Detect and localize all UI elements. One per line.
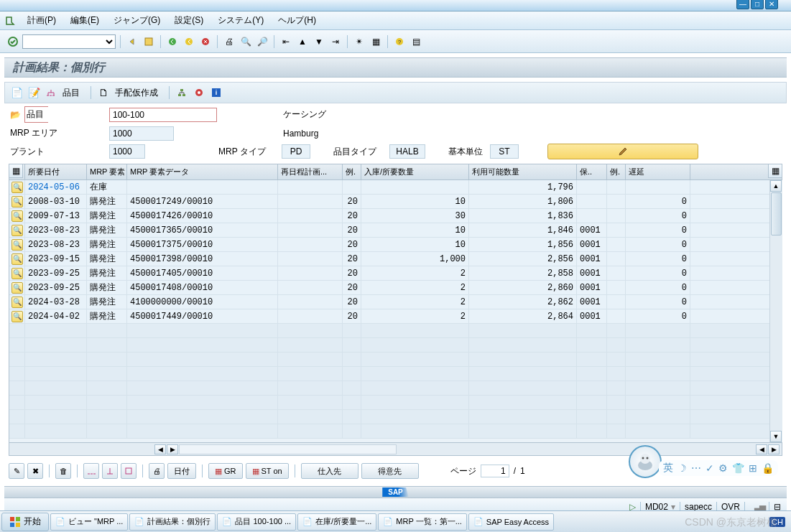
table-row[interactable]: 🔍2023-08-23購発注4500017375/0001020101,8560… (9, 238, 782, 252)
table-row[interactable]: 🔍2023-09-25購発注4500017408/000102022,86000… (9, 281, 782, 295)
menu-plan[interactable]: 計画(P) (24, 13, 59, 28)
date-button[interactable]: 日付 (167, 463, 196, 479)
save-icon[interactable] (142, 34, 156, 49)
prev-page-icon[interactable]: ▲ (295, 34, 310, 49)
check-icon[interactable]: ✓ (706, 462, 714, 474)
table-config-right-icon[interactable]: ▦ (768, 164, 782, 178)
grid-icon[interactable]: ⊞ (749, 462, 757, 474)
hscroll-right-icon[interactable]: ▶ (167, 444, 178, 454)
print-btn-icon[interactable]: 🖨 (149, 463, 165, 479)
tray-lang-icon[interactable]: CH (769, 517, 785, 527)
task-item-2[interactable]: 📄品目 100-100 ... (217, 513, 296, 531)
vscroll-down-icon[interactable]: ▼ (770, 431, 782, 442)
col-delay[interactable]: 遅延 (626, 164, 690, 179)
vendor-button[interactable]: 仕入先 (301, 463, 359, 479)
next-page-icon[interactable]: ▼ (312, 34, 326, 49)
hierarchy-icon[interactable] (175, 85, 189, 100)
menu-jump[interactable]: ジャンプ(G) (111, 13, 163, 28)
layout-icon[interactable]: ▤ (409, 34, 423, 49)
document-icon[interactable]: 🗋 (96, 85, 111, 100)
enter-icon[interactable] (6, 34, 20, 49)
start-button[interactable]: 开始 (1, 513, 49, 531)
maximize-button[interactable]: □ (751, 0, 764, 9)
plant-field[interactable]: 1000 (109, 144, 145, 159)
menu-command-icon[interactable] (4, 15, 16, 27)
hscroll-left2-icon[interactable]: ◀ (756, 444, 767, 454)
shirt-icon[interactable]: 👕 (732, 462, 744, 474)
find-next-icon[interactable]: 🔎 (255, 34, 269, 49)
tree3-icon[interactable] (121, 463, 137, 479)
col-receipt[interactable]: 入庫/所要数量 (361, 164, 469, 179)
tree2-icon[interactable] (102, 463, 118, 479)
table-row[interactable]: 🔍2009-07-13購発注4500017426/0001020301,8360 (9, 209, 782, 223)
table-row[interactable]: 🔍2023-08-23購発注4500017365/0001020101,8460… (9, 223, 782, 238)
assistant-avatar-icon[interactable] (629, 445, 662, 478)
change-icon[interactable]: 📝 (27, 85, 41, 100)
menu-system[interactable]: システム(Y) (215, 13, 267, 28)
table-row[interactable]: 🔍2023-09-15購発注4500017398/00010201,0002,8… (9, 252, 782, 266)
vscroll-up-icon[interactable]: ▲ (770, 180, 782, 192)
trash-icon[interactable]: 🗑 (55, 463, 71, 479)
lang-icon[interactable]: 英 (663, 462, 673, 475)
page-current-field[interactable]: 1 (481, 465, 509, 477)
task-item-3[interactable]: 📄在庫/所要量一... (297, 513, 376, 531)
col-mrp-elem[interactable]: MRP 要素 (87, 164, 127, 179)
moon-icon[interactable]: ☽ (677, 462, 687, 474)
vscroll-thumb[interactable] (771, 192, 782, 235)
folder-open-icon[interactable]: 📂 (9, 108, 22, 121)
cancel-icon[interactable] (198, 34, 213, 49)
menu-edit[interactable]: 編集(E) (68, 13, 102, 28)
print-icon[interactable]: 🖨 (222, 34, 236, 49)
delete-row-icon[interactable]: ✖ (27, 463, 43, 479)
gear-icon[interactable]: ⚙ (718, 462, 728, 474)
task-item-5[interactable]: 📄SAP Easy Access (468, 513, 554, 531)
col-resched[interactable]: 再日程計画... (278, 164, 343, 179)
material-tree-icon[interactable] (44, 85, 58, 100)
table-row[interactable]: 🔍2024-04-02購発注4500017449/000102022,86400… (9, 309, 782, 324)
minimize-button[interactable]: — (736, 0, 749, 9)
close-button[interactable]: ✕ (765, 0, 778, 9)
menu-settings[interactable]: 設定(S) (172, 13, 206, 28)
col-mrp-data[interactable]: MRP 要素データ (127, 164, 278, 179)
find-icon[interactable]: 🔍 (239, 34, 253, 49)
customer-button[interactable]: 得意先 (361, 463, 419, 479)
first-page-icon[interactable]: ⇤ (279, 34, 293, 49)
hscroll-thumb-left[interactable] (179, 444, 397, 454)
last-page-icon[interactable]: ⇥ (328, 34, 343, 49)
task-item-1[interactable]: 📄計画結果：個別行 (129, 513, 216, 531)
table-row[interactable]: 🔍2023-09-25購発注4500017405/000102022,85800… (9, 266, 782, 281)
col-ex1[interactable]: 例. (343, 164, 361, 179)
info-icon[interactable]: i (209, 85, 223, 100)
col-storage[interactable]: 保.. (577, 164, 607, 179)
new-session-icon[interactable]: ✴ (352, 34, 366, 49)
menu-help[interactable]: ヘルプ(H) (275, 13, 319, 28)
hscroll-right2-icon[interactable]: ▶ (768, 444, 780, 454)
dots-icon[interactable]: ⋯ (691, 462, 701, 474)
material-input[interactable]: 100-100 (109, 108, 217, 122)
col-available[interactable]: 利用可能数量 (469, 164, 577, 179)
task-item-0[interactable]: 📄ビュー "MRP ... (50, 513, 128, 531)
edit-icon[interactable]: ✎ (9, 463, 24, 479)
command-combo[interactable] (22, 34, 116, 49)
table-row[interactable]: 🔍2024-03-28購発注4100000000/000102022,86200… (9, 295, 782, 309)
back-icon[interactable] (125, 34, 139, 49)
target-icon[interactable] (192, 85, 206, 100)
back-green-icon[interactable] (165, 34, 180, 49)
exit-icon[interactable] (182, 34, 196, 49)
st-on-button[interactable]: ▦ST on (246, 463, 289, 479)
col-date[interactable]: 所要日付 (25, 164, 87, 179)
task-item-4[interactable]: 📄MRP 一覧：第一... (378, 513, 466, 531)
table-row[interactable]: 🔍2024-05-06在庫1,796 (9, 180, 782, 195)
lock-icon[interactable]: 🔒 (762, 462, 774, 474)
display-icon[interactable]: 📄 (9, 85, 24, 100)
hscroll-left-icon[interactable]: ◀ (154, 444, 166, 454)
col-ex2[interactable]: 例. (607, 164, 626, 179)
mrp-area-field[interactable]: 1000 (109, 126, 174, 141)
help-icon[interactable]: ? (392, 34, 407, 49)
table-config-left-icon[interactable]: ▦ (9, 164, 23, 178)
change-mode-button[interactable] (547, 144, 698, 159)
table-row[interactable]: 🔍2008-03-10購発注4500017249/0001020101,8060 (9, 195, 782, 209)
gr-button[interactable]: ▦GR (208, 463, 243, 479)
shortcut-icon[interactable]: ▦ (369, 34, 383, 49)
tree1-icon[interactable] (83, 463, 99, 479)
